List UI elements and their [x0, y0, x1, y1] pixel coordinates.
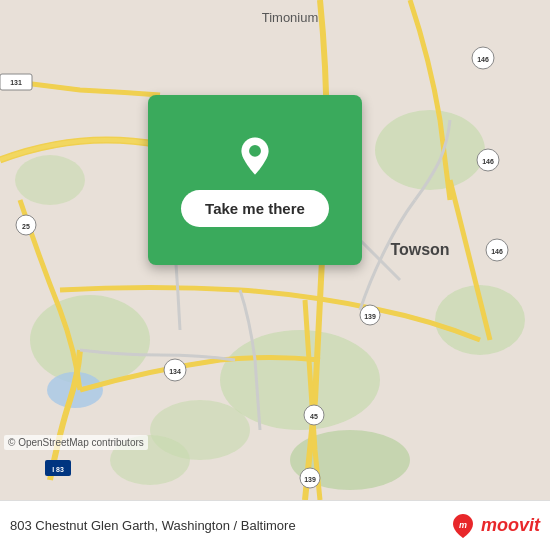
svg-point-37: [249, 145, 261, 157]
moovit-logo: m moovit: [449, 512, 540, 540]
svg-text:45: 45: [310, 413, 318, 420]
svg-text:25: 25: [22, 223, 30, 230]
moovit-pin-icon: m: [449, 512, 477, 540]
moovit-label: moovit: [481, 515, 540, 536]
svg-point-2: [220, 330, 380, 430]
address-text: 803 Chestnut Glen Garth, Washington / Ba…: [10, 518, 296, 533]
svg-text:Timonium: Timonium: [262, 10, 319, 25]
svg-text:146: 146: [482, 158, 494, 165]
svg-text:146: 146: [477, 56, 489, 63]
svg-point-1: [30, 295, 150, 385]
map-container: I 695 45 45 139 139 146 146 146 134 25 1…: [0, 0, 550, 500]
location-card: Take me there: [148, 95, 362, 265]
svg-point-5: [15, 155, 85, 205]
svg-text:m: m: [459, 520, 467, 530]
map-attribution: © OpenStreetMap contributors: [4, 435, 148, 450]
svg-text:131: 131: [10, 79, 22, 86]
svg-text:134: 134: [169, 368, 181, 375]
svg-text:Towson: Towson: [390, 241, 449, 258]
svg-text:139: 139: [364, 313, 376, 320]
svg-text:139: 139: [304, 476, 316, 483]
svg-text:146: 146: [491, 248, 503, 255]
location-pin-icon: [233, 134, 277, 178]
bottom-bar: 803 Chestnut Glen Garth, Washington / Ba…: [0, 500, 550, 550]
svg-text:I 83: I 83: [52, 466, 64, 473]
take-me-there-button[interactable]: Take me there: [181, 190, 329, 227]
